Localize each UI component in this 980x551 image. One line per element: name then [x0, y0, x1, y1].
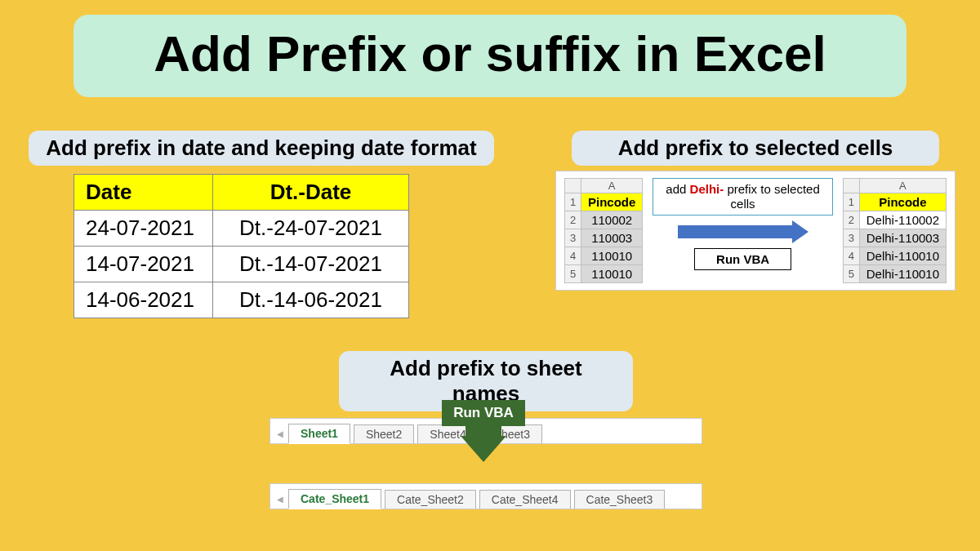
arrow-down-icon [461, 436, 506, 462]
middle-column: add Delhi- prefix to selected cells Run … [653, 178, 832, 270]
pincode-header: Pincode [859, 193, 946, 211]
section-selected-cells: Add prefix to selected cells A 1Pincode … [555, 131, 956, 291]
sheet-tab[interactable]: Cate_Sheet2 [385, 490, 476, 509]
run-vba-label: Run VBA [694, 248, 791, 270]
date-cell: Dt.-14-07-2021 [213, 247, 409, 282]
prefix-callout: add Delhi- prefix to selected cells [653, 178, 832, 216]
arrow-down-runvba: Run VBA [426, 400, 541, 462]
pincode-cell: 110010 [581, 265, 643, 283]
sheet-tabs-after: Cate_Sheet1 Cate_Sheet2 Cate_Sheet4 Cate… [270, 483, 702, 509]
callout-text-pre: add [666, 182, 689, 196]
table-row: 24-07-2021 Dt.-24-07-2021 [74, 211, 409, 247]
date-cell: 24-07-2021 [74, 211, 213, 247]
pincode-cell: Delhi-110010 [859, 265, 946, 283]
section2-heading: Add prefix to selected cells [572, 131, 939, 166]
date-header-2: Dt.-Date [213, 175, 409, 211]
pincode-cell: Delhi-110002 [859, 211, 946, 229]
section2-body: A 1Pincode 2110002 3110003 4110010 51100… [555, 171, 956, 291]
sheet-tab[interactable]: Sheet2 [354, 424, 414, 443]
date-cell: Dt.-24-07-2021 [213, 211, 409, 247]
date-cell: 14-07-2021 [74, 247, 213, 282]
pincode-cell: Delhi-110010 [859, 247, 946, 265]
section1-heading: Add prefix in date and keeping date form… [29, 131, 494, 166]
sheet-tab[interactable]: Cate_Sheet1 [288, 489, 381, 509]
table-row: 14-07-2021 Dt.-14-07-2021 [74, 247, 409, 282]
section-date-prefix: Add prefix in date and keeping date form… [29, 131, 494, 318]
callout-prefix-red: Delhi- [690, 182, 724, 196]
date-cell: Dt.-14-06-2021 [213, 282, 409, 318]
pincode-grid-before: A 1Pincode 2110002 3110003 4110010 51100… [564, 178, 643, 283]
date-header-1: Date [74, 175, 213, 211]
pincode-cell: 110010 [581, 247, 643, 265]
col-letter: A [859, 179, 946, 193]
sheet-tab[interactable]: Sheet1 [288, 424, 350, 444]
sheet-tab[interactable]: Cate_Sheet3 [574, 490, 666, 509]
pincode-cell: Delhi-110003 [859, 229, 946, 247]
date-table: Date Dt.-Date 24-07-2021 Dt.-24-07-2021 … [74, 174, 409, 318]
callout-text-post: prefix to selected cells [724, 182, 820, 211]
pincode-cell: 110002 [581, 211, 643, 229]
page-title: Add Prefix or suffix in Excel [74, 15, 906, 97]
pincode-header: Pincode [581, 193, 643, 211]
pincode-cell: 110003 [581, 229, 643, 247]
run-vba-label-green: Run VBA [442, 400, 525, 426]
sheet-tab[interactable]: Cate_Sheet4 [479, 490, 571, 509]
date-cell: 14-06-2021 [74, 282, 213, 318]
table-row: 14-06-2021 Dt.-14-06-2021 [74, 282, 409, 318]
col-letter: A [581, 179, 643, 193]
pincode-grid-after: A 1Pincode 2Delhi-110002 3Delhi-110003 4… [843, 178, 947, 283]
arrow-right-icon [678, 220, 808, 243]
